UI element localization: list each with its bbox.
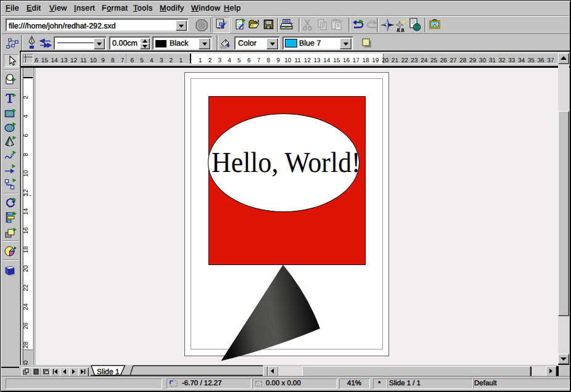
- svg-text:4: 4: [23, 115, 30, 118]
- svg-text:2: 2: [23, 96, 30, 99]
- svg-text:12: 12: [23, 189, 30, 196]
- svg-text:18: 18: [23, 246, 30, 253]
- svg-text:3: 3: [218, 57, 222, 64]
- svg-text:6: 6: [23, 133, 30, 137]
- svg-text:9: 9: [276, 57, 280, 64]
- svg-text:2: 2: [170, 57, 173, 64]
- svg-text:12: 12: [70, 57, 78, 64]
- svg-text:19: 19: [372, 57, 379, 64]
- svg-text:30: 30: [479, 57, 487, 64]
- svg-text:8: 8: [266, 57, 270, 64]
- svg-text:5: 5: [140, 57, 144, 64]
- svg-text:10: 10: [90, 57, 97, 64]
- svg-text:5: 5: [237, 57, 241, 64]
- svg-text:15: 15: [41, 57, 49, 64]
- svg-text:28: 28: [23, 341, 30, 349]
- svg-text:25: 25: [430, 57, 438, 64]
- svg-text:34: 34: [518, 57, 525, 64]
- svg-text:4: 4: [150, 57, 154, 64]
- svg-text:18: 18: [362, 57, 369, 64]
- svg-text:16: 16: [343, 57, 350, 64]
- svg-text:11: 11: [80, 57, 87, 64]
- svg-text:4: 4: [228, 57, 231, 64]
- svg-text:15: 15: [333, 57, 340, 64]
- svg-text:24: 24: [421, 57, 428, 64]
- svg-text:8: 8: [111, 57, 115, 64]
- svg-text:13: 13: [60, 57, 68, 64]
- svg-text:1: 1: [179, 57, 183, 64]
- svg-text:14: 14: [23, 208, 30, 215]
- svg-text:11: 11: [294, 57, 301, 64]
- svg-text:28: 28: [459, 57, 467, 64]
- svg-text:2: 2: [208, 57, 212, 64]
- svg-text:14: 14: [51, 57, 59, 64]
- svg-text:6: 6: [247, 57, 251, 64]
- svg-text:30: 30: [23, 361, 30, 365]
- svg-text:22: 22: [401, 57, 409, 64]
- svg-text:32: 32: [498, 57, 506, 64]
- svg-text:35: 35: [528, 57, 535, 64]
- svg-text:12: 12: [304, 57, 311, 64]
- svg-text:24: 24: [23, 303, 30, 311]
- svg-text:33: 33: [508, 57, 516, 64]
- svg-text:14: 14: [323, 57, 331, 64]
- svg-text:17: 17: [353, 57, 360, 64]
- svg-text:21: 21: [392, 57, 399, 64]
- svg-text:6: 6: [131, 57, 134, 64]
- svg-text:9: 9: [101, 57, 105, 64]
- svg-text:13: 13: [314, 57, 321, 64]
- svg-text:16: 16: [34, 57, 38, 64]
- svg-text:26: 26: [23, 322, 30, 330]
- svg-text:29: 29: [469, 57, 477, 64]
- svg-text:26: 26: [440, 57, 448, 64]
- svg-text:22: 22: [23, 284, 30, 292]
- svg-text:10: 10: [284, 57, 292, 64]
- svg-text:23: 23: [411, 57, 418, 64]
- svg-text:7: 7: [121, 57, 125, 64]
- svg-text:20: 20: [23, 265, 30, 272]
- svg-text:8: 8: [23, 152, 30, 156]
- svg-text:20: 20: [382, 57, 389, 64]
- svg-text:10: 10: [23, 170, 30, 178]
- svg-text:7: 7: [257, 57, 261, 64]
- svg-text:27: 27: [450, 57, 458, 64]
- svg-text:3: 3: [160, 57, 163, 64]
- svg-text:1: 1: [199, 57, 202, 64]
- svg-text:16: 16: [23, 227, 30, 234]
- svg-text:31: 31: [489, 57, 496, 64]
- svg-text:36: 36: [538, 57, 545, 64]
- svg-text:37: 37: [547, 57, 554, 64]
